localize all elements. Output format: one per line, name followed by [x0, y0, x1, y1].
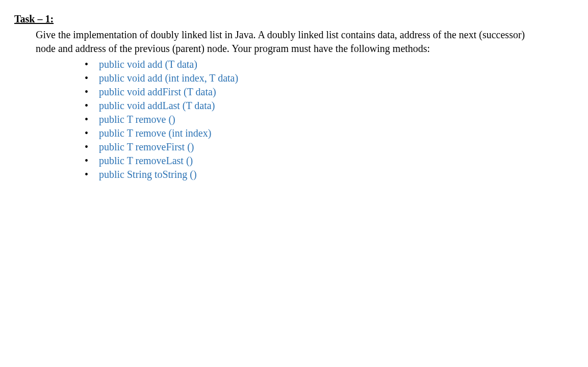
method-item: • public void add (T data)	[85, 58, 525, 71]
method-item: • public String toString ()	[85, 168, 525, 181]
task-description: Give the implementation of doubly linked…	[36, 29, 525, 54]
method-item: • public void addLast (T data)	[85, 99, 525, 113]
method-signature: public T remove ()	[99, 114, 175, 125]
bullet-icon: •	[85, 99, 88, 113]
method-signature: public T removeFirst ()	[99, 141, 194, 152]
method-item: • public T remove (int index)	[85, 126, 525, 140]
bullet-icon: •	[85, 113, 88, 126]
method-signature: public T remove (int index)	[99, 127, 211, 139]
method-signature: public String toString ()	[99, 169, 197, 180]
method-item: • public void add (int index, T data)	[85, 71, 525, 85]
bullet-icon: •	[85, 126, 88, 140]
method-signature: public void addFirst (T data)	[99, 86, 216, 97]
task-title: Task – 1:	[14, 12, 574, 26]
method-signature: public void add (int index, T data)	[99, 72, 238, 84]
method-item: • public void addFirst (T data)	[85, 85, 525, 99]
bullet-icon: •	[85, 168, 88, 181]
bullet-icon: •	[85, 58, 88, 71]
bullet-icon: •	[85, 140, 88, 154]
method-list: • public void add (T data) • public void…	[85, 58, 525, 181]
method-item: • public T removeFirst ()	[85, 140, 525, 154]
method-signature: public void add (T data)	[99, 59, 197, 70]
bullet-icon: •	[85, 85, 88, 99]
method-signature: public T removeLast ()	[99, 155, 193, 166]
task-body: Give the implementation of doubly linked…	[36, 28, 525, 181]
method-item: • public T remove ()	[85, 113, 525, 126]
method-signature: public void addLast (T data)	[99, 100, 215, 111]
method-item: • public T removeLast ()	[85, 154, 525, 168]
bullet-icon: •	[85, 71, 88, 85]
bullet-icon: •	[85, 154, 88, 168]
